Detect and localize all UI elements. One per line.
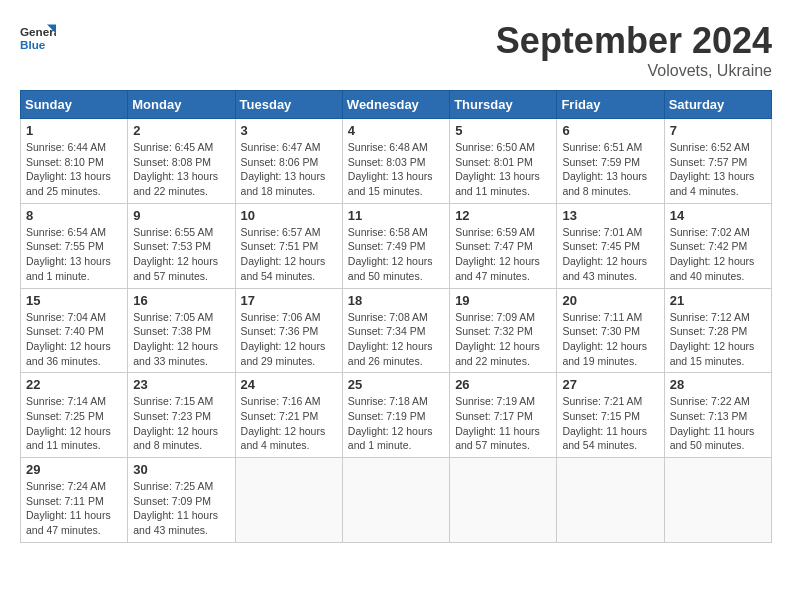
calendar-week-row: 29Sunrise: 7:24 AMSunset: 7:11 PMDayligh… <box>21 458 772 543</box>
day-number: 30 <box>133 462 229 477</box>
day-info: Sunrise: 6:44 AMSunset: 8:10 PMDaylight:… <box>26 141 111 197</box>
calendar-table: SundayMondayTuesdayWednesdayThursdayFrid… <box>20 90 772 543</box>
calendar-day-cell: 23Sunrise: 7:15 AMSunset: 7:23 PMDayligh… <box>128 373 235 458</box>
day-number: 20 <box>562 293 658 308</box>
calendar-day-cell: 22Sunrise: 7:14 AMSunset: 7:25 PMDayligh… <box>21 373 128 458</box>
day-info: Sunrise: 6:55 AMSunset: 7:53 PMDaylight:… <box>133 226 218 282</box>
calendar-week-row: 15Sunrise: 7:04 AMSunset: 7:40 PMDayligh… <box>21 288 772 373</box>
day-info: Sunrise: 6:57 AMSunset: 7:51 PMDaylight:… <box>241 226 326 282</box>
day-info: Sunrise: 6:54 AMSunset: 7:55 PMDaylight:… <box>26 226 111 282</box>
day-number: 14 <box>670 208 766 223</box>
day-info: Sunrise: 7:15 AMSunset: 7:23 PMDaylight:… <box>133 395 218 451</box>
calendar-day-cell: 3Sunrise: 6:47 AMSunset: 8:06 PMDaylight… <box>235 119 342 204</box>
weekday-header-wednesday: Wednesday <box>342 91 449 119</box>
calendar-day-cell: 11Sunrise: 6:58 AMSunset: 7:49 PMDayligh… <box>342 203 449 288</box>
weekday-header-sunday: Sunday <box>21 91 128 119</box>
calendar-day-cell: 19Sunrise: 7:09 AMSunset: 7:32 PMDayligh… <box>450 288 557 373</box>
calendar-day-cell: 27Sunrise: 7:21 AMSunset: 7:15 PMDayligh… <box>557 373 664 458</box>
day-number: 2 <box>133 123 229 138</box>
calendar-subtitle: Volovets, Ukraine <box>496 62 772 80</box>
day-info: Sunrise: 7:11 AMSunset: 7:30 PMDaylight:… <box>562 311 647 367</box>
title-area: September 2024 Volovets, Ukraine <box>496 20 772 80</box>
calendar-day-cell: 25Sunrise: 7:18 AMSunset: 7:19 PMDayligh… <box>342 373 449 458</box>
calendar-week-row: 1Sunrise: 6:44 AMSunset: 8:10 PMDaylight… <box>21 119 772 204</box>
day-number: 18 <box>348 293 444 308</box>
logo: General Blue <box>20 20 56 56</box>
day-number: 25 <box>348 377 444 392</box>
day-info: Sunrise: 7:22 AMSunset: 7:13 PMDaylight:… <box>670 395 755 451</box>
day-number: 24 <box>241 377 337 392</box>
day-number: 16 <box>133 293 229 308</box>
empty-cell <box>235 458 342 543</box>
day-number: 29 <box>26 462 122 477</box>
day-number: 1 <box>26 123 122 138</box>
day-number: 26 <box>455 377 551 392</box>
logo-icon: General Blue <box>20 20 56 56</box>
calendar-day-cell: 8Sunrise: 6:54 AMSunset: 7:55 PMDaylight… <box>21 203 128 288</box>
day-number: 8 <box>26 208 122 223</box>
day-number: 27 <box>562 377 658 392</box>
day-number: 7 <box>670 123 766 138</box>
calendar-day-cell: 2Sunrise: 6:45 AMSunset: 8:08 PMDaylight… <box>128 119 235 204</box>
day-info: Sunrise: 7:04 AMSunset: 7:40 PMDaylight:… <box>26 311 111 367</box>
calendar-day-cell: 20Sunrise: 7:11 AMSunset: 7:30 PMDayligh… <box>557 288 664 373</box>
calendar-day-cell: 9Sunrise: 6:55 AMSunset: 7:53 PMDaylight… <box>128 203 235 288</box>
day-info: Sunrise: 7:12 AMSunset: 7:28 PMDaylight:… <box>670 311 755 367</box>
day-info: Sunrise: 7:21 AMSunset: 7:15 PMDaylight:… <box>562 395 647 451</box>
day-info: Sunrise: 7:18 AMSunset: 7:19 PMDaylight:… <box>348 395 433 451</box>
calendar-day-cell: 5Sunrise: 6:50 AMSunset: 8:01 PMDaylight… <box>450 119 557 204</box>
empty-cell <box>342 458 449 543</box>
weekday-header-friday: Friday <box>557 91 664 119</box>
day-info: Sunrise: 7:05 AMSunset: 7:38 PMDaylight:… <box>133 311 218 367</box>
day-number: 23 <box>133 377 229 392</box>
day-number: 13 <box>562 208 658 223</box>
svg-text:Blue: Blue <box>20 38 46 51</box>
day-info: Sunrise: 7:14 AMSunset: 7:25 PMDaylight:… <box>26 395 111 451</box>
weekday-header-monday: Monday <box>128 91 235 119</box>
calendar-day-cell: 30Sunrise: 7:25 AMSunset: 7:09 PMDayligh… <box>128 458 235 543</box>
day-number: 4 <box>348 123 444 138</box>
weekday-header-tuesday: Tuesday <box>235 91 342 119</box>
day-info: Sunrise: 6:45 AMSunset: 8:08 PMDaylight:… <box>133 141 218 197</box>
header: General Blue September 2024 Volovets, Uk… <box>20 20 772 80</box>
calendar-day-cell: 15Sunrise: 7:04 AMSunset: 7:40 PMDayligh… <box>21 288 128 373</box>
calendar-day-cell: 16Sunrise: 7:05 AMSunset: 7:38 PMDayligh… <box>128 288 235 373</box>
day-info: Sunrise: 6:48 AMSunset: 8:03 PMDaylight:… <box>348 141 433 197</box>
day-info: Sunrise: 6:58 AMSunset: 7:49 PMDaylight:… <box>348 226 433 282</box>
day-number: 17 <box>241 293 337 308</box>
day-number: 15 <box>26 293 122 308</box>
day-info: Sunrise: 6:50 AMSunset: 8:01 PMDaylight:… <box>455 141 540 197</box>
calendar-day-cell: 24Sunrise: 7:16 AMSunset: 7:21 PMDayligh… <box>235 373 342 458</box>
calendar-day-cell: 26Sunrise: 7:19 AMSunset: 7:17 PMDayligh… <box>450 373 557 458</box>
calendar-day-cell: 7Sunrise: 6:52 AMSunset: 7:57 PMDaylight… <box>664 119 771 204</box>
calendar-title: September 2024 <box>496 20 772 62</box>
calendar-day-cell: 13Sunrise: 7:01 AMSunset: 7:45 PMDayligh… <box>557 203 664 288</box>
day-number: 10 <box>241 208 337 223</box>
day-info: Sunrise: 7:25 AMSunset: 7:09 PMDaylight:… <box>133 480 218 536</box>
day-number: 19 <box>455 293 551 308</box>
calendar-day-cell: 12Sunrise: 6:59 AMSunset: 7:47 PMDayligh… <box>450 203 557 288</box>
calendar-day-cell: 21Sunrise: 7:12 AMSunset: 7:28 PMDayligh… <box>664 288 771 373</box>
day-number: 12 <box>455 208 551 223</box>
day-info: Sunrise: 6:52 AMSunset: 7:57 PMDaylight:… <box>670 141 755 197</box>
day-number: 5 <box>455 123 551 138</box>
day-info: Sunrise: 7:16 AMSunset: 7:21 PMDaylight:… <box>241 395 326 451</box>
day-number: 28 <box>670 377 766 392</box>
day-info: Sunrise: 7:24 AMSunset: 7:11 PMDaylight:… <box>26 480 111 536</box>
day-info: Sunrise: 6:47 AMSunset: 8:06 PMDaylight:… <box>241 141 326 197</box>
calendar-day-cell: 28Sunrise: 7:22 AMSunset: 7:13 PMDayligh… <box>664 373 771 458</box>
day-number: 21 <box>670 293 766 308</box>
day-info: Sunrise: 7:06 AMSunset: 7:36 PMDaylight:… <box>241 311 326 367</box>
day-number: 3 <box>241 123 337 138</box>
day-info: Sunrise: 7:08 AMSunset: 7:34 PMDaylight:… <box>348 311 433 367</box>
calendar-week-row: 22Sunrise: 7:14 AMSunset: 7:25 PMDayligh… <box>21 373 772 458</box>
day-info: Sunrise: 6:51 AMSunset: 7:59 PMDaylight:… <box>562 141 647 197</box>
day-number: 22 <box>26 377 122 392</box>
calendar-day-cell: 4Sunrise: 6:48 AMSunset: 8:03 PMDaylight… <box>342 119 449 204</box>
day-info: Sunrise: 6:59 AMSunset: 7:47 PMDaylight:… <box>455 226 540 282</box>
day-info: Sunrise: 7:19 AMSunset: 7:17 PMDaylight:… <box>455 395 540 451</box>
day-info: Sunrise: 7:09 AMSunset: 7:32 PMDaylight:… <box>455 311 540 367</box>
day-info: Sunrise: 7:01 AMSunset: 7:45 PMDaylight:… <box>562 226 647 282</box>
calendar-day-cell: 29Sunrise: 7:24 AMSunset: 7:11 PMDayligh… <box>21 458 128 543</box>
empty-cell <box>450 458 557 543</box>
